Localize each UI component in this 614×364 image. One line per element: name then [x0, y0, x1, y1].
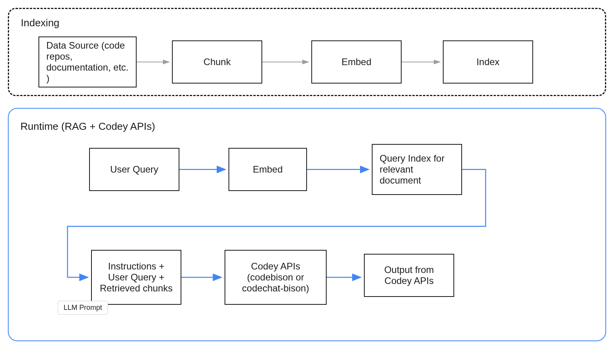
box-query-index-label: Query Index for relevant document	[380, 153, 454, 186]
box-embed-indexing: Embed	[311, 40, 402, 84]
box-chunk: Chunk	[172, 40, 262, 84]
box-embed-runtime: Embed	[228, 148, 307, 191]
runtime-section: Runtime (RAG + Codey APIs) User Query Em…	[8, 108, 606, 341]
llm-prompt-label: LLM Prompt	[64, 304, 102, 311]
box-query-index: Query Index for relevant document	[372, 144, 462, 195]
box-data-source-label: Data Source (code repos, documentation, …	[46, 40, 129, 84]
box-user-query: User Query	[89, 148, 179, 191]
box-chunk-label: Chunk	[203, 56, 230, 67]
box-index-label: Index	[477, 56, 500, 67]
box-codey-apis-label: Codey APIs (codebison or codechat-bison)	[233, 261, 318, 294]
box-embed-indexing-label: Embed	[342, 56, 371, 67]
indexing-section: Indexing Data Source (code repos, docume…	[8, 8, 606, 96]
llm-prompt-tag: LLM Prompt	[58, 301, 108, 315]
box-output-label: Output from Codey APIs	[373, 264, 446, 286]
box-instructions-label: Instructions + User Query + Retrieved ch…	[100, 261, 173, 294]
box-index: Index	[443, 40, 533, 84]
box-codey-apis: Codey APIs (codebison or codechat-bison)	[225, 250, 327, 305]
runtime-title: Runtime (RAG + Codey APIs)	[20, 120, 594, 133]
box-output: Output from Codey APIs	[364, 254, 454, 297]
box-instructions: Instructions + User Query + Retrieved ch…	[91, 250, 181, 305]
indexing-title: Indexing	[21, 17, 593, 29]
box-embed-runtime-label: Embed	[253, 164, 283, 175]
box-user-query-label: User Query	[110, 164, 159, 175]
box-data-source: Data Source (code repos, documentation, …	[38, 36, 137, 87]
